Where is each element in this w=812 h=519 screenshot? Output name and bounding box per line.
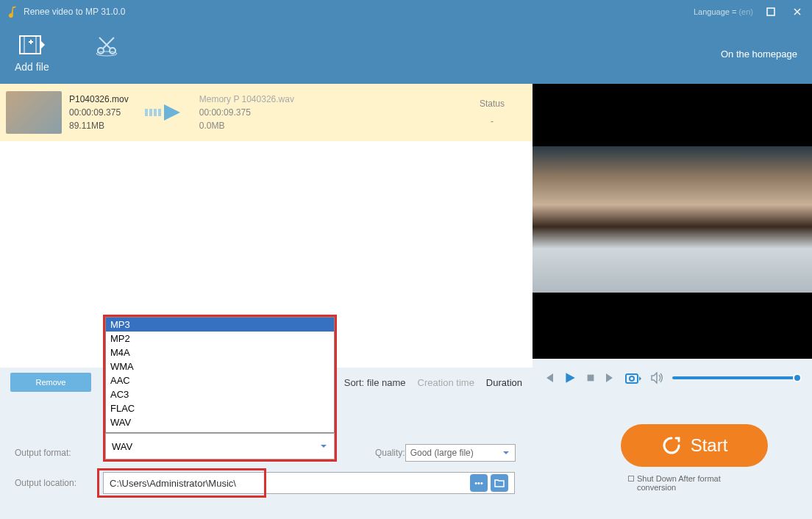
format-dropdown: MP3MP2M4AWMAAACAC3FLACWAV WAV bbox=[103, 315, 337, 462]
target-duration: 00:00:09.375 bbox=[199, 107, 294, 118]
format-option[interactable]: M4A bbox=[106, 346, 334, 359]
svg-rect-12 bbox=[626, 374, 638, 383]
format-option[interactable]: WMA bbox=[106, 359, 334, 373]
app-logo-icon bbox=[6, 5, 19, 18]
app-title: Renee video to MP 31.0.0 bbox=[24, 7, 126, 17]
start-button[interactable]: Start bbox=[621, 424, 768, 467]
target-file-info: Memory P 1040326.wav 00:00:09.375 0.0MB bbox=[199, 94, 294, 131]
target-filename: Memory P 1040326.wav bbox=[199, 94, 294, 104]
maximize-button[interactable] bbox=[762, 3, 780, 21]
cut-button[interactable] bbox=[93, 35, 120, 73]
format-option[interactable]: FLAC bbox=[106, 401, 334, 415]
svg-point-5 bbox=[110, 48, 115, 54]
convert-arrow-icon bbox=[143, 101, 185, 124]
volume-icon[interactable] bbox=[650, 372, 663, 384]
sort-duration[interactable]: Duration bbox=[486, 377, 522, 388]
sort-group: Sort: file name Creation time Duration bbox=[344, 377, 522, 388]
quality-select[interactable]: Good (large file) bbox=[405, 444, 516, 462]
language-label[interactable]: Language = (en) bbox=[694, 7, 753, 16]
homepage-link[interactable]: On the homepage bbox=[721, 49, 797, 60]
svg-rect-11 bbox=[588, 375, 594, 382]
output-location-row: Output location: C:\Users\Administrator\… bbox=[15, 472, 591, 494]
quality-value: Good (large file) bbox=[410, 448, 474, 458]
titlebar: Renee video to MP 31.0.0 Language = (en) bbox=[0, 0, 812, 24]
sort-filename[interactable]: Sort: file name bbox=[344, 377, 406, 388]
chevron-down-icon bbox=[319, 442, 328, 451]
snapshot-button[interactable] bbox=[625, 372, 641, 384]
source-duration: 00:00:09.375 bbox=[69, 107, 129, 118]
status-value: - bbox=[480, 116, 505, 126]
sort-creation[interactable]: Creation time bbox=[418, 377, 474, 388]
add-file-button[interactable]: Add file bbox=[15, 35, 49, 73]
format-option[interactable]: MP3 bbox=[106, 318, 334, 332]
output-location-label: Output location: bbox=[15, 478, 103, 488]
checkbox-icon bbox=[628, 476, 634, 482]
status-header: Status bbox=[480, 99, 505, 109]
svg-point-13 bbox=[630, 376, 634, 381]
output-path-value: C:\Users\Administrator\Music\ bbox=[110, 478, 236, 489]
film-add-icon bbox=[18, 35, 45, 57]
svg-rect-9 bbox=[154, 109, 157, 116]
output-path-input[interactable]: C:\Users\Administrator\Music\ ••• bbox=[103, 472, 515, 494]
source-filename: P1040326.mov bbox=[69, 94, 129, 104]
file-thumbnail bbox=[6, 91, 62, 134]
shutdown-checkbox[interactable]: Shut Down After format conversion bbox=[628, 474, 761, 492]
svg-rect-7 bbox=[145, 109, 148, 116]
preview-panel bbox=[533, 84, 812, 397]
output-format-label: Output format: bbox=[15, 448, 103, 458]
format-select[interactable]: WAV bbox=[105, 433, 335, 459]
quality-label: Quality: bbox=[375, 448, 405, 458]
format-list[interactable]: MP3MP2M4AWMAAACAC3FLACWAV bbox=[105, 317, 335, 433]
volume-slider[interactable] bbox=[672, 376, 802, 379]
refresh-icon bbox=[661, 435, 682, 456]
svg-rect-8 bbox=[149, 109, 152, 116]
stop-button[interactable] bbox=[585, 373, 596, 383]
prev-button[interactable] bbox=[543, 372, 555, 384]
svg-rect-0 bbox=[767, 8, 774, 15]
format-selected-value: WAV bbox=[112, 441, 132, 452]
play-button[interactable] bbox=[563, 371, 577, 384]
svg-point-4 bbox=[98, 48, 104, 54]
status-column: Status - bbox=[480, 99, 527, 126]
action-panel: Start Shut Down After format conversion bbox=[591, 407, 797, 509]
svg-rect-10 bbox=[158, 109, 161, 116]
format-option[interactable]: AAC bbox=[106, 373, 334, 387]
target-size: 0.0MB bbox=[199, 121, 294, 131]
format-option[interactable]: AC3 bbox=[106, 387, 334, 401]
browse-button[interactable]: ••• bbox=[470, 474, 488, 492]
toolbar: Add file On the homepage bbox=[0, 24, 812, 84]
next-button[interactable] bbox=[605, 372, 616, 384]
source-file-info: P1040326.mov 00:00:09.375 89.11MB bbox=[69, 94, 129, 131]
file-row[interactable]: P1040326.mov 00:00:09.375 89.11MB Memory… bbox=[0, 84, 533, 141]
source-size: 89.11MB bbox=[69, 121, 129, 131]
scissors-icon bbox=[93, 35, 120, 57]
player-controls bbox=[533, 359, 812, 397]
open-folder-button[interactable] bbox=[491, 474, 508, 492]
format-option[interactable]: MP2 bbox=[106, 332, 334, 346]
svg-rect-1 bbox=[20, 36, 40, 54]
close-button[interactable] bbox=[788, 3, 806, 21]
remove-button[interactable]: Remove bbox=[10, 373, 91, 392]
preview-image bbox=[533, 146, 812, 293]
chevron-down-icon bbox=[502, 448, 510, 457]
format-option[interactable]: WAV bbox=[106, 415, 334, 429]
